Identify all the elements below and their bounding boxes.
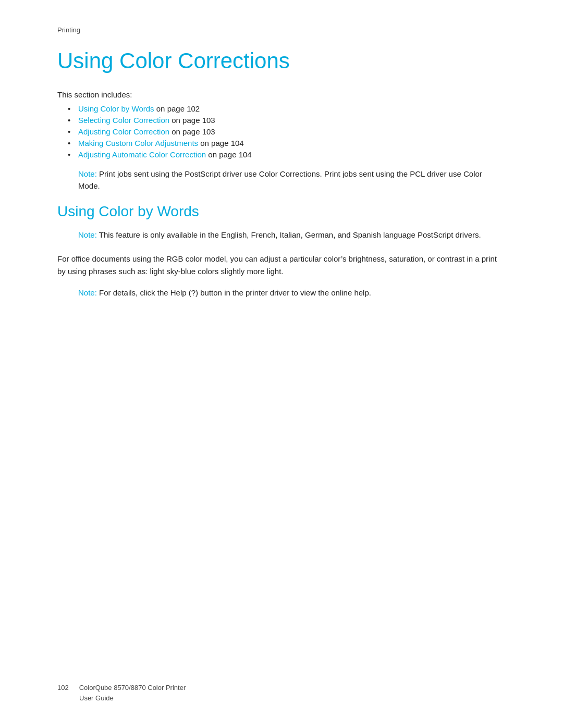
breadcrumb: Printing [57, 26, 506, 34]
footer-page-number: 102 [57, 684, 69, 692]
note-text-2: This feature is only available in the En… [97, 230, 481, 239]
toc-list: Using Color by Words on page 102 Selecti… [68, 104, 506, 159]
note-block-3: Note: For details, click the Help (?) bu… [78, 287, 506, 299]
list-item: Making Custom Color Adjustments on page … [68, 139, 506, 147]
link-making-custom-color[interactable]: Making Custom Color Adjustments [78, 139, 198, 147]
page-ref: on page 103 [172, 127, 215, 136]
footer: 102ColorQube 8570/8870 Color Printer Use… [57, 683, 186, 703]
section-intro: This section includes: [57, 90, 506, 99]
page-ref: on page 102 [156, 104, 200, 113]
link-selecting-color-correction[interactable]: Selecting Color Correction [78, 116, 169, 125]
link-adjusting-color-correction[interactable]: Adjusting Color Correction [78, 127, 169, 136]
note-text-1: Print jobs sent using the PostScript dri… [78, 169, 482, 190]
page-container: Printing Using Color Corrections This se… [0, 0, 563, 728]
link-adjusting-automatic-color[interactable]: Adjusting Automatic Color Correction [78, 150, 206, 159]
note-label-1: Note: [78, 169, 97, 178]
list-item: Using Color by Words on page 102 [68, 104, 506, 113]
page-title: Using Color Corrections [57, 48, 506, 73]
note-label-2: Note: [78, 230, 97, 239]
link-color-by-words[interactable]: Using Color by Words [78, 104, 154, 113]
list-item: Adjusting Automatic Color Correction on … [68, 150, 506, 159]
note-label-3: Note: [78, 288, 97, 297]
footer-doc: User Guide [79, 694, 114, 702]
note-block-2: Note: This feature is only available in … [78, 229, 506, 241]
note-block-1: Note: Print jobs sent using the PostScri… [78, 168, 506, 192]
footer-product: ColorQube 8570/8870 Color Printer [79, 684, 186, 692]
body-paragraph: For office documents using the RGB color… [57, 253, 506, 278]
list-item: Adjusting Color Correction on page 103 [68, 127, 506, 136]
page-ref: on page 103 [172, 116, 215, 125]
page-ref: on page 104 [200, 139, 243, 147]
note-text-3: For details, click the Help (?) button i… [97, 288, 371, 297]
sub-section-title: Using Color by Words [57, 203, 506, 220]
list-item: Selecting Color Correction on page 103 [68, 116, 506, 125]
page-ref: on page 104 [208, 150, 251, 159]
